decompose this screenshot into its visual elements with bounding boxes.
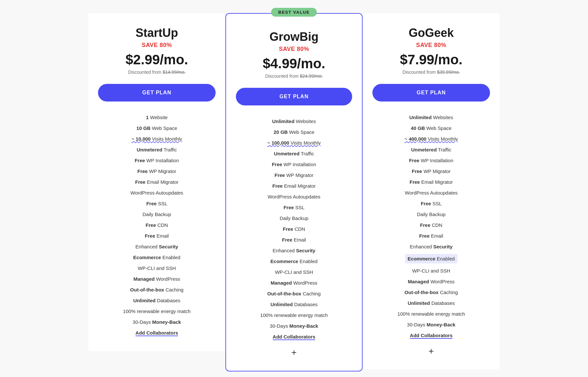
feature-item: 1 Website [98,112,216,123]
pricing-container: StartUpSAVE 80%$2.99/mo.Discounted from … [65,13,523,371]
feature-normal: Website [149,115,168,120]
feature-item: Free WP Migrator [372,166,490,177]
feature-item: Add Collaborators [372,330,490,341]
feature-normal: Email Migrator [145,179,178,185]
feature-highlight: Ecommerce Enabled [405,254,457,263]
feature-bold: Managed [408,279,429,284]
feature-item: Unmetered Traffic [372,144,490,155]
feature-item: Daily Backup [236,213,352,224]
get-plan-button-gogeek[interactable]: GET PLAN [372,84,490,102]
feature-normal: Email [292,237,306,243]
feature-normal: WP-CLI and SSH [138,265,176,271]
feature-item: Free Email [98,230,216,241]
feature-bold: Free [421,201,431,206]
feature-bold: Unlimited [409,115,432,120]
feature-item: Free Email Migrator [372,177,490,187]
feature-item: ~ 10,000 Visits Monthly [98,134,216,144]
feature-bold: 1 [146,115,149,120]
plan-card-startup: StartUpSAVE 80%$2.99/mo.Discounted from … [88,13,225,351]
feature-bold: ~ 100,000 [267,140,289,146]
feature-item: Managed WordPress [98,274,216,284]
feature-normal: 30-Days [270,323,289,329]
get-plan-button-growbig[interactable]: GET PLAN [236,88,352,105]
feature-item: 100% renewable energy match [236,310,352,321]
feature-bold: Free [272,162,282,167]
feature-item: 100% renewable energy match [98,306,216,317]
feature-item: Out-of-the-box Caching [372,287,490,298]
feature-bold: ~ 10,000 [131,136,151,142]
feature-item: ~ 400,000 Visits Monthly [372,134,490,144]
feature-item: 30-Days Money-Back [236,321,352,331]
feature-item: Free WP Migrator [98,166,216,177]
get-plan-button-startup[interactable]: GET PLAN [98,84,216,102]
feature-bold2: Security [296,248,315,253]
feature-normal: WP Installation [282,162,316,167]
feature-normal: 30-Days [407,322,427,327]
feature-item: 10 GB Web Space [98,123,216,134]
feature-normal: Web Space [151,125,177,131]
best-value-badge: BEST VALUE [271,8,317,17]
feature-item: Add Collaborators [98,327,216,338]
feature-normal: WordPress [155,276,180,282]
plus-icon: + [372,346,490,356]
feature-bold2: Security [433,244,452,249]
feature-normal: Email Migrator [283,183,316,189]
feature-item: Free Email Migrator [98,177,216,187]
feature-item: Free Email [372,230,490,241]
feature-item: 30-Days Money-Back [98,317,216,327]
feature-item: 100% renewable energy match [372,308,490,319]
plan-name-startup: StartUp [98,26,216,40]
discounted-from-growbig: Discounted from $24.99/mo. [236,73,352,79]
plus-icon: + [236,347,352,358]
feature-item: WordPress Autoupdates [236,191,352,202]
feature-normal: Web Space [288,129,314,135]
feature-item: Unlimited Websites [372,112,490,123]
feature-bold: Free [283,226,293,232]
discounted-from-gogeek: Discounted from $39.99/mo. [372,70,490,75]
feature-item: Managed WordPress [372,276,490,287]
feature-text: Add Collaborators [273,334,316,340]
feature-item: Enhanced Security [98,241,216,252]
feature-normal: Visits Monthly [151,136,182,142]
feature-item: Out-of-the-box Caching [98,284,216,295]
feature-bold: Free [146,222,156,228]
feature-normal: 100% renewable energy match [398,311,465,317]
feature-normal: CDN [156,222,168,228]
feature-item: ~ 100,000 Visits Monthly [236,137,352,148]
feature-bold: Free [146,201,157,206]
feature-bold: Unmetered [274,151,299,156]
feature-bold: Free [138,168,148,174]
feature-normal: Email [430,233,443,239]
feature-bold2: Security [159,244,178,249]
feature-normal: Websites [432,115,453,120]
feature-item: Enhanced Security [236,245,352,256]
feature-bold: Out-of-the-box [404,290,438,295]
feature-bold: Unlimited [272,118,294,124]
feature-normal: Enabled [298,259,318,264]
feature-bold: Unlimited [270,302,293,307]
feature-normal: WordPress [429,279,454,284]
feature-bold: Free [419,233,430,239]
feature-item: Free WP Installation [236,159,352,170]
price-gogeek: $7.99/mo. [372,52,490,68]
feature-normal: CDN [431,222,443,228]
feature-normal: WP-CLI and SSH [275,269,313,275]
feature-normal: Email Migrator [420,179,453,185]
feature-item: Add Collaborators [236,331,352,342]
save-badge-startup: SAVE 80% [98,42,216,49]
feature-normal: WP Migrator [422,168,450,174]
feature-bold: Free [272,183,283,189]
feature-item: Free Email [236,234,352,245]
feature-bold: Ecommerce [133,255,161,260]
feature-item: WP-CLI and SSH [372,265,490,276]
feature-normal: Email [155,233,169,239]
feature-item: 30-Days Money-Back [372,319,490,330]
feature-item: Unmetered Traffic [98,144,216,155]
feature-normal: Daily Backup [280,215,308,221]
feature-bold: Free [409,158,419,163]
feature-normal: SSL [431,201,442,206]
feature-normal: Web Space [425,125,451,131]
feature-normal: Traffic [162,147,177,152]
feature-item: Daily Backup [372,209,490,220]
feature-normal: WordPress Autoupdates [405,190,457,196]
